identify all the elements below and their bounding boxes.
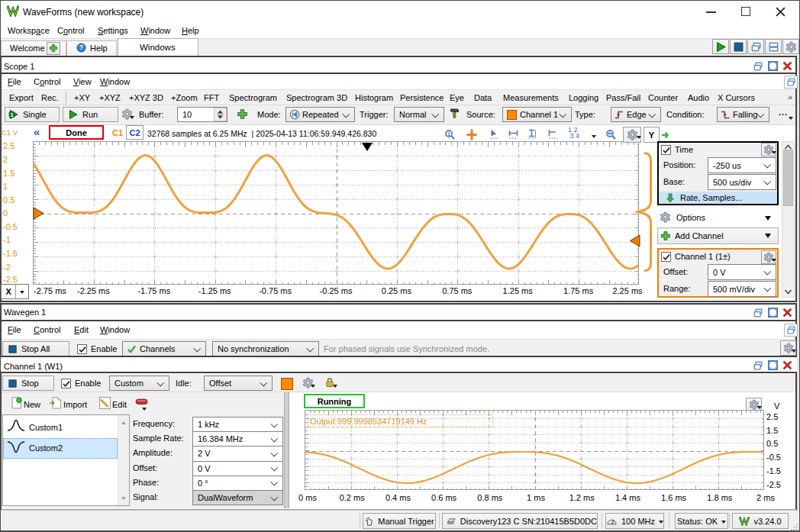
svg-text:1: 1 bbox=[10, 111, 13, 118]
svg-text:1: 1 bbox=[447, 131, 450, 137]
